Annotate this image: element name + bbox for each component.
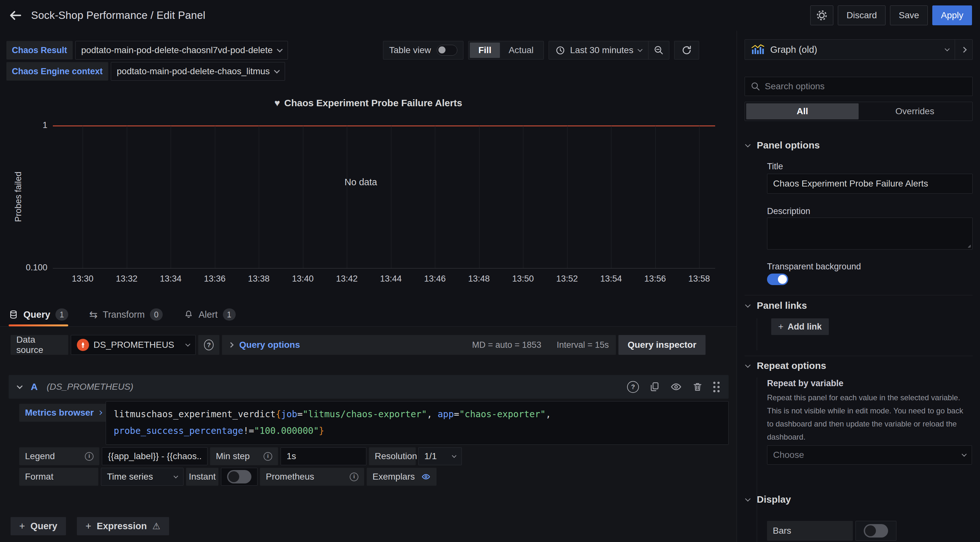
add-query-button[interactable]: + Query [11, 517, 66, 535]
chart-title-row: ♥ Chaos Experiment Probe Failure Alerts [0, 98, 737, 108]
hide-query-eye-icon[interactable] [670, 381, 682, 393]
no-data-text: No data [345, 177, 377, 187]
chevron-down-icon [745, 496, 751, 501]
datasource-row: Data source DS_PROMETHEUS ? Query option… [11, 335, 706, 355]
query-help-icon[interactable]: ? [627, 381, 639, 393]
visualization-select[interactable]: Graph (old) [745, 40, 955, 60]
gridline [655, 126, 655, 268]
drag-handle-icon[interactable] [713, 382, 720, 392]
y-axis-tick-0100: 0.100 [0, 263, 48, 273]
x-axis-tick-label: 13:52 [556, 274, 578, 284]
add-link-button[interactable]: + Add link [771, 319, 829, 335]
apply-button[interactable]: Apply [932, 5, 972, 25]
repeat-variable-select[interactable]: Choose [767, 445, 972, 464]
legend-field-label: Legend i [19, 447, 99, 465]
instant-toggle[interactable] [227, 470, 251, 483]
x-axis-tick-label: 13:56 [644, 274, 666, 284]
refresh-button[interactable] [674, 41, 699, 60]
query-row-header[interactable]: A (DS_PROMETHEUS) ? [9, 375, 729, 399]
tab-query[interactable]: Query 1 [9, 303, 68, 326]
view-toolbar: Table view Fill Actual Last 30 minutes [383, 41, 699, 60]
query-options-bar: Query options MD = auto = 1853 Interval … [222, 335, 616, 355]
chevron-right-icon [961, 47, 967, 52]
resolution-select[interactable]: 1/1 [418, 447, 462, 465]
save-button[interactable]: Save [890, 5, 928, 25]
alert-heart-icon: ♥ [274, 98, 280, 108]
delete-query-trash-icon[interactable] [692, 381, 703, 392]
filter-tab-overrides[interactable]: Overrides [859, 103, 971, 119]
table-view-control: Table view [383, 41, 463, 60]
min-step-input-field[interactable] [286, 451, 360, 461]
tab-label: Transform [103, 309, 145, 320]
viz-picker-expand-button[interactable] [955, 40, 972, 60]
zoom-out-time-button[interactable] [648, 41, 669, 59]
metrics-browser-button[interactable]: Metrics browser [19, 404, 107, 422]
collapse-chevron-icon[interactable] [17, 383, 22, 389]
actual-option[interactable]: Actual [500, 43, 542, 58]
grafana-edit-panel: Sock-Shop Performance / Edit Panel Disca… [0, 0, 980, 542]
section-panel-options[interactable]: Panel options [746, 140, 820, 151]
plot-area[interactable]: No data 13:3013:3213:3413:3613:3813:4013… [53, 126, 715, 268]
query-inspector-button[interactable]: Query inspector [619, 335, 706, 355]
query-options-toggle[interactable]: Query options [239, 340, 300, 350]
time-range-picker[interactable]: Last 30 minutes [549, 41, 648, 59]
interval-info: Interval = 15s [557, 340, 609, 350]
resolution-label: Resolution [369, 447, 416, 465]
table-view-toggle[interactable] [437, 45, 457, 55]
panel-settings-button[interactable] [810, 5, 833, 25]
x-axis-tick-label: 13:54 [600, 274, 622, 284]
variable-value-dropdown[interactable]: podtato-main-pod-delete-chaos_litmus [111, 62, 285, 81]
back-button[interactable] [8, 8, 23, 23]
section-guide-line [757, 512, 757, 542]
gridline [259, 126, 259, 268]
info-icon: i [264, 452, 272, 461]
query-options-summary: MD = auto = 1853 Interval = 15s [472, 340, 609, 350]
info-icon: i [350, 472, 358, 481]
x-axis-tick-label: 13:40 [292, 274, 314, 284]
plus-icon: + [778, 322, 783, 332]
filter-tab-all[interactable]: All [746, 103, 859, 119]
add-expression-button[interactable]: + Expression ⚠ [77, 517, 169, 535]
duplicate-query-icon[interactable] [649, 381, 660, 392]
chevron-down-icon [745, 142, 751, 147]
chart-title: Chaos Experiment Probe Failure Alerts [285, 98, 463, 108]
transparent-background-toggle[interactable] [767, 274, 788, 285]
datasource-help-button[interactable]: ? [198, 335, 220, 355]
exemplars-eye-icon[interactable] [421, 472, 431, 482]
gridline [215, 126, 215, 268]
promql-line: litmuschaos_experiment_verdict{job="litm… [114, 406, 721, 423]
options-search-input[interactable] [765, 81, 967, 92]
chevron-right-icon [228, 342, 234, 348]
variable-value-dropdown[interactable]: podtato-main-pod-delete-chaosnl7vd-pod-d… [75, 41, 288, 60]
query-options-row-1: Legend i Min step i Resolution 1/1 [19, 447, 462, 465]
section-display[interactable]: Display [746, 494, 791, 505]
tab-transform[interactable]: ⇆ Transform 0 [89, 303, 163, 326]
editor-footer: + Query + Expression ⚠ [11, 517, 169, 535]
chevron-right-icon [98, 410, 102, 415]
promql-expression[interactable]: litmuschaos_experiment_verdict{job="litm… [106, 401, 729, 445]
gridline [699, 126, 700, 268]
section-repeat-options[interactable]: Repeat options [746, 360, 826, 371]
section-panel-links[interactable]: Panel links [746, 300, 807, 311]
x-axis-tick-label: 13:46 [424, 274, 446, 284]
x-axis-tick-label: 13:42 [336, 274, 358, 284]
fill-option[interactable]: Fill [470, 43, 500, 58]
threshold-line [53, 125, 715, 127]
bars-toggle[interactable] [864, 524, 888, 537]
magnifier-minus-icon [654, 45, 664, 55]
promql-line: probe_success_percentage!="100.000000"} [114, 423, 721, 439]
title-label: Title [767, 162, 783, 171]
legend-input[interactable] [102, 447, 208, 465]
format-label: Format [19, 468, 98, 486]
options-search-box [745, 77, 973, 96]
panel-description-textarea[interactable] [767, 217, 973, 250]
min-step-input[interactable] [280, 447, 366, 465]
format-select[interactable]: Time series [101, 468, 183, 486]
legend-input-field[interactable] [108, 451, 202, 461]
tab-alert[interactable]: Alert 1 [184, 303, 236, 326]
panel-title-input[interactable] [773, 179, 967, 189]
datasource-select[interactable]: DS_PROMETHEUS [71, 335, 196, 355]
y-axis-tick-1: 1 [0, 120, 48, 130]
chevron-down-icon [274, 68, 280, 73]
discard-button[interactable]: Discard [838, 5, 886, 25]
